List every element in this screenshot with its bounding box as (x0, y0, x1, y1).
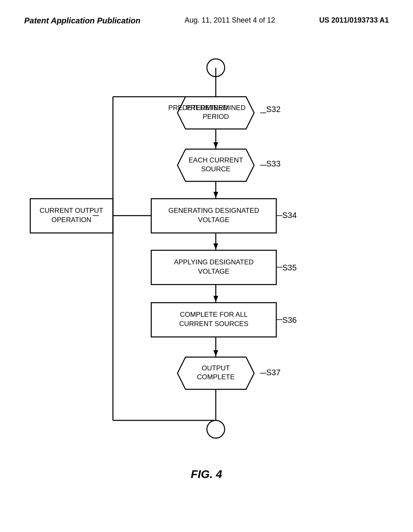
label-s33: S33 (266, 159, 281, 168)
text-s36b: CURRENT SOURCES (179, 320, 248, 328)
flowchart-svg: S32 PREDETERMINED PREDETERMINED PERIOD S… (0, 29, 413, 493)
sheet-info: Aug. 11, 2011 Sheet 4 of 12 (185, 16, 275, 25)
text-s32b: PERIOD (202, 113, 229, 121)
arrow-into-s37 (213, 350, 218, 356)
label-s34: S34 (282, 211, 297, 220)
text-s36a: COMPLETE FOR ALL (180, 311, 248, 318)
label-s36: S36 (282, 316, 297, 324)
label-s32: S32 (266, 105, 281, 114)
label-s37: S37 (266, 368, 281, 377)
label-s35: S35 (282, 263, 297, 272)
text-s34a: GENERATING DESIGNATED (168, 207, 259, 214)
text-s33b: SOURCE (201, 165, 231, 173)
arrow-into-s34 (213, 192, 218, 198)
text-s37b: COMPLETE (197, 373, 235, 381)
text-s32a: PREDETERMINED (186, 104, 245, 112)
text-s35b: VOLTAGE (198, 268, 229, 275)
text-s31b: OPERATION (52, 216, 92, 224)
text-s35a: APPLYING DESIGNATED (174, 258, 254, 266)
end-terminal (207, 420, 225, 438)
patent-number: US 2011/0193733 A1 (319, 16, 389, 25)
figure-label: FIG. 4 (191, 468, 222, 481)
text-s33a: EACH CURRENT (188, 156, 243, 164)
arrow-into-s33 (213, 142, 218, 148)
arrow-into-s36 (213, 296, 218, 302)
diagram-area: S32 PREDETERMINED PREDETERMINED PERIOD S… (0, 29, 413, 493)
text-s34b: VOLTAGE (198, 216, 229, 224)
page-header: Patent Application Publication Aug. 11, … (0, 0, 413, 25)
text-s31a: CURRENT OUTPUT (40, 207, 103, 214)
text-s37a: OUTPUT (202, 364, 230, 372)
publication-label: Patent Application Publication (24, 16, 140, 25)
arrow-into-s35 (213, 243, 218, 249)
